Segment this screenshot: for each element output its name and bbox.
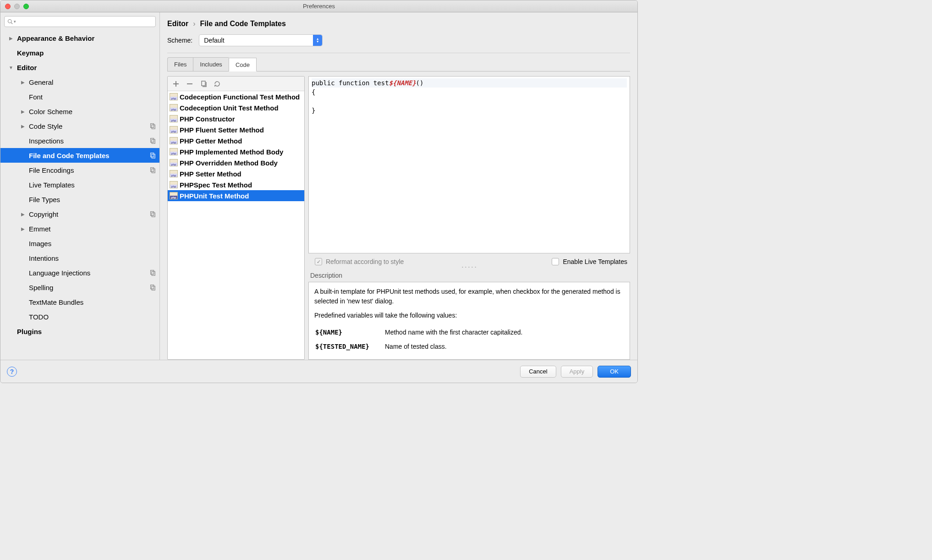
sidebar-item[interactable]: File and Code Templates [0, 148, 159, 163]
template-item-label: PHP Implemented Method Body [180, 148, 283, 156]
sidebar-item[interactable]: Intentions [0, 251, 159, 265]
template-code-editor[interactable]: public function test${NAME}() { } [308, 76, 630, 253]
select-stepper-icon: ▲▼ [313, 35, 322, 46]
sidebar-item[interactable]: ▼Editor [0, 60, 159, 75]
resize-grip-icon[interactable]: • • • • • [462, 265, 477, 269]
description-text: A built-in template for PHPUnit test met… [314, 287, 624, 306]
sidebar-item[interactable]: File Encodings [0, 163, 159, 177]
svg-rect-5 [152, 139, 155, 143]
template-list-item[interactable]: PHPUnit Test Method [168, 190, 304, 201]
reformat-checkbox[interactable]: ✓ Reformat according to style [315, 258, 404, 265]
svg-rect-9 [152, 169, 155, 173]
template-editor-panel: public function test${NAME}() { } ✓ Refo… [308, 76, 630, 360]
scope-icon [149, 284, 156, 291]
sidebar-item[interactable]: Inspections [0, 133, 159, 148]
svg-rect-12 [151, 270, 154, 275]
template-list-item[interactable]: PHP Implemented Method Body [168, 146, 304, 157]
tab[interactable]: Files [167, 57, 193, 71]
settings-tree-panel: ▾ ▶Appearance & BehaviorKeymap▼Editor▶Ge… [0, 12, 160, 360]
svg-rect-13 [152, 271, 155, 275]
code-text: } [312, 107, 315, 114]
tab[interactable]: Code [229, 58, 257, 71]
template-list-panel: Codeception Functional Test MethodCodece… [167, 76, 305, 360]
template-list-item[interactable]: PHP Fluent Setter Method [168, 124, 304, 135]
help-button[interactable]: ? [7, 367, 17, 377]
live-templates-checkbox[interactable]: Enable Live Templates [552, 258, 627, 265]
sidebar-item[interactable]: ▶Color Scheme [0, 104, 159, 119]
refresh-icon[interactable] [214, 80, 221, 88]
template-options: ✓ Reformat according to style Enable Liv… [308, 253, 630, 268]
svg-rect-10 [151, 212, 154, 216]
cancel-button[interactable]: Cancel [520, 366, 556, 378]
tab[interactable]: Includes [193, 57, 228, 71]
scope-icon [149, 269, 156, 276]
sidebar-item[interactable]: Images [0, 236, 159, 251]
sidebar-item[interactable]: ▶Emmet [0, 221, 159, 236]
template-list-item[interactable]: Codeception Functional Test Method [168, 91, 304, 102]
code-text: public function test [312, 79, 389, 87]
template-tabs: FilesIncludesCode [167, 58, 630, 71]
template-list-item[interactable]: PHP Setter Method [168, 168, 304, 179]
settings-tree[interactable]: ▶Appearance & BehaviorKeymap▼Editor▶Gene… [0, 31, 159, 360]
svg-rect-8 [151, 168, 154, 172]
template-list[interactable]: Codeception Functional Test MethodCodece… [168, 91, 304, 359]
sidebar-item[interactable]: Language Injections [0, 265, 159, 280]
template-list-item[interactable]: PHP Constructor [168, 113, 304, 124]
template-item-label: Codeception Functional Test Method [180, 93, 300, 101]
scope-icon [149, 123, 156, 129]
scheme-value: Default [204, 37, 224, 44]
remove-icon[interactable] [186, 80, 193, 88]
window-titlebar: Preferences [0, 0, 637, 12]
sidebar-item[interactable]: Keymap [0, 45, 159, 60]
search-input[interactable]: ▾ [4, 16, 156, 27]
sidebar-item-label: Appearance & Behavior [17, 34, 156, 42]
scheme-select[interactable]: Default ▲▼ [199, 34, 323, 46]
sidebar-item[interactable]: Font [0, 89, 159, 104]
sidebar-item-label: Code Style [29, 122, 149, 130]
sidebar-item-label: Images [29, 240, 156, 247]
sidebar-item[interactable]: Live Templates [0, 177, 159, 192]
sidebar-item-label: Copyright [29, 210, 149, 218]
sidebar-item-label: Live Templates [29, 181, 156, 189]
template-item-label: PHP Overridden Method Body [180, 159, 278, 167]
apply-button[interactable]: Apply [561, 366, 593, 378]
disclosure-icon: ▶ [21, 226, 25, 231]
code-variable: ${NAME} [389, 79, 416, 87]
sidebar-item[interactable]: ▶General [0, 75, 159, 89]
breadcrumb-part[interactable]: Editor [167, 20, 188, 28]
checkbox-label: Reformat according to style [326, 258, 404, 265]
description-text: Predefined variables will take the follo… [314, 311, 624, 320]
add-icon[interactable] [172, 80, 180, 88]
svg-rect-6 [151, 153, 154, 157]
template-list-item[interactable]: PHP Overridden Method Body [168, 157, 304, 168]
svg-rect-2 [151, 124, 154, 128]
template-list-item[interactable]: PHPSpec Test Method [168, 179, 304, 190]
checkbox-icon: ✓ [315, 258, 322, 265]
template-item-label: PHP Getter Method [180, 137, 242, 145]
ok-button[interactable]: OK [598, 366, 631, 378]
scope-icon [149, 167, 156, 173]
sidebar-item[interactable]: TextMate Bundles [0, 295, 159, 309]
breadcrumb: Editor › File and Code Templates [167, 18, 630, 34]
svg-line-1 [11, 22, 12, 24]
sidebar-item[interactable]: Plugins [0, 324, 159, 339]
window-title: Preferences [0, 3, 637, 10]
sidebar-item[interactable]: ▶Appearance & Behavior [0, 31, 159, 45]
search-icon [7, 19, 13, 24]
variable-desc: Method name with the first character cap… [385, 326, 530, 339]
copy-icon[interactable] [200, 80, 207, 88]
sidebar-item[interactable]: Spelling [0, 280, 159, 295]
main-content: ▾ ▶Appearance & BehaviorKeymap▼Editor▶Ge… [0, 12, 637, 360]
disclosure-icon: ▶ [21, 124, 25, 129]
checkbox-icon [552, 258, 559, 265]
sidebar-item-label: Intentions [29, 254, 156, 262]
php-file-icon [170, 137, 178, 144]
sidebar-item[interactable]: TODO [0, 309, 159, 324]
sidebar-item-label: Editor [17, 64, 156, 71]
template-list-item[interactable]: PHP Getter Method [168, 135, 304, 146]
template-list-item[interactable]: Codeception Unit Test Method [168, 102, 304, 113]
sidebar-item[interactable]: File Types [0, 192, 159, 207]
sidebar-item[interactable]: ▶Code Style [0, 119, 159, 133]
php-file-icon [170, 126, 178, 133]
sidebar-item[interactable]: ▶Copyright [0, 207, 159, 221]
